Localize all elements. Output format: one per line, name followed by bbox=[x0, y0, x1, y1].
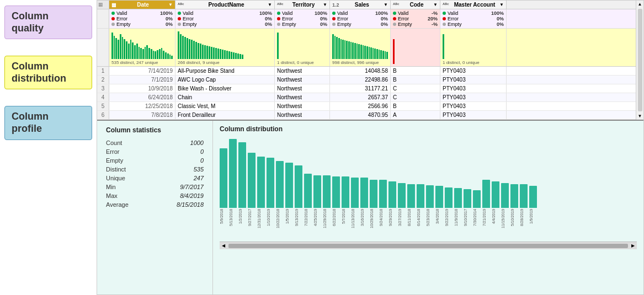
col-header-territory[interactable]: ᴬᴮᶜ Territory ▼ bbox=[275, 1, 330, 9]
chart-bar-label: 5/23/2018 bbox=[426, 209, 434, 239]
chart-bar-label: 9/10/2017 bbox=[464, 209, 471, 239]
stat-value: 8/15/2018 bbox=[177, 201, 204, 208]
cell-territory: Northwest bbox=[275, 93, 330, 101]
stat-label: Average bbox=[106, 201, 129, 208]
chart-bar bbox=[342, 176, 349, 208]
scroll-thumb-vertical[interactable] bbox=[638, 9, 642, 111]
stats-rows-container: Count 1000 Error 0 Empty 0 Distinct 535 … bbox=[106, 138, 204, 209]
stat-label: Count bbox=[106, 140, 122, 146]
table-row: 4 6/24/2018 Chain Northwest 2657.37 C PT… bbox=[97, 93, 636, 102]
scroll-up-button[interactable]: ▲ bbox=[637, 1, 643, 8]
scroll-thumb-horizontal[interactable] bbox=[228, 244, 628, 248]
col-header-date[interactable]: ▦ Date ▼ bbox=[109, 1, 175, 9]
chart-bar bbox=[388, 181, 396, 208]
dist-label-product: 266 distinct, 9 unique bbox=[178, 60, 272, 65]
right-content-area: ▦ ▦ Date ▼ ᴬᴮᶜ ProductName ▼ ᴬᴮᶜ Terri bbox=[97, 0, 644, 295]
horizontal-scrollbar[interactable]: ◀ ▶ bbox=[220, 242, 637, 249]
chart-bar-label: 1/9/2019 bbox=[529, 209, 537, 239]
cell-account: PTY0403 bbox=[440, 76, 507, 84]
row-number-header: ▦ bbox=[97, 1, 109, 9]
cell-product: Classic Vest, M bbox=[175, 102, 275, 110]
chart-bar bbox=[276, 161, 284, 208]
dist-date: 535 distinct, 247 unique bbox=[109, 29, 175, 66]
cell-territory: Northwest bbox=[275, 111, 330, 119]
cell-account: PTY0403 bbox=[440, 67, 507, 75]
cell-code: B bbox=[391, 102, 440, 110]
bar-chart bbox=[220, 136, 637, 208]
col-header-sales-label: Sales bbox=[355, 2, 369, 8]
account-dropdown-arrow[interactable]: ▼ bbox=[499, 2, 504, 7]
dist-bars-account bbox=[443, 31, 504, 59]
empty-dot-account bbox=[443, 23, 446, 26]
stat-label: Unique bbox=[106, 175, 125, 181]
cell-code: A bbox=[391, 111, 440, 119]
distribution-section: 535 distinct, 247 unique 266 distinct, 9… bbox=[97, 29, 636, 67]
scroll-right-button[interactable]: ▶ bbox=[629, 243, 637, 248]
cell-date: 7/8/2018 bbox=[109, 111, 175, 119]
stat-label: Distinct bbox=[106, 166, 126, 173]
dist-territory: 1 distinct, 0 unique bbox=[275, 29, 330, 66]
chart-bar bbox=[473, 190, 481, 208]
chart-bar-label: 11/15/2019 bbox=[501, 209, 509, 239]
empty-dot-product bbox=[178, 23, 181, 26]
account-type-icon: ᴬᴮᶜ bbox=[443, 2, 449, 8]
col-header-account[interactable]: ᴬᴮᶜ Master Account ▼ bbox=[440, 1, 507, 9]
valid-dot-territory bbox=[277, 12, 280, 15]
chart-bar bbox=[529, 186, 537, 208]
col-header-product[interactable]: ᴬᴮᶜ ProductName ▼ bbox=[175, 1, 275, 9]
dist-bars-code bbox=[393, 36, 438, 64]
dist-code bbox=[391, 29, 440, 66]
chart-bar bbox=[248, 153, 256, 208]
row-number: 5 bbox=[97, 102, 109, 110]
chart-bar-label: 11/29/2018 bbox=[323, 209, 331, 239]
sales-type-icon: 1.2 bbox=[332, 2, 339, 8]
chart-bar bbox=[426, 185, 434, 208]
col-header-territory-label: Territory bbox=[292, 2, 315, 8]
col-header-code[interactable]: ᴬᴮᶜ Code ▼ bbox=[391, 1, 440, 9]
scroll-left-button[interactable]: ◀ bbox=[220, 243, 227, 248]
error-dot-account bbox=[443, 17, 446, 20]
cell-date: 12/25/2018 bbox=[109, 102, 175, 110]
column-distribution-title: Column distribution bbox=[220, 125, 637, 133]
col-header-product-label: ProductName bbox=[209, 2, 244, 8]
chart-bar bbox=[482, 180, 490, 208]
chart-bar bbox=[445, 187, 453, 208]
stat-row: Min 9/7/2017 bbox=[106, 183, 204, 191]
chart-bar bbox=[332, 176, 340, 208]
territory-type-icon: ᴬᴮᶜ bbox=[277, 2, 283, 8]
vertical-scrollbar[interactable]: ▲ ▼ bbox=[636, 1, 643, 120]
cell-sales: 4870.95 bbox=[330, 111, 391, 119]
cell-account: PTY0403 bbox=[440, 84, 507, 93]
cell-account: PTY0403 bbox=[440, 93, 507, 101]
product-dropdown-arrow[interactable]: ▼ bbox=[268, 2, 272, 7]
dist-bars-territory bbox=[277, 31, 327, 59]
chart-bar-label: 1/5/2019 bbox=[285, 209, 293, 239]
chart-bar-label: 11/13/2018 bbox=[351, 209, 359, 239]
cell-date: 7/1/2019 bbox=[109, 76, 175, 84]
dist-bars-product bbox=[178, 31, 272, 59]
chart-bar bbox=[313, 175, 321, 208]
chart-bar bbox=[398, 183, 406, 208]
error-dot-territory bbox=[277, 17, 280, 20]
scroll-down-button[interactable]: ▼ bbox=[637, 112, 643, 120]
empty-dot-territory bbox=[277, 23, 280, 26]
col-header-sales[interactable]: 1.2 Sales ▼ bbox=[330, 1, 391, 9]
valid-dot-code bbox=[393, 12, 396, 15]
chart-bar bbox=[417, 184, 424, 208]
territory-dropdown-arrow[interactable]: ▼ bbox=[323, 2, 327, 7]
stat-label: Empty bbox=[106, 157, 123, 164]
sales-dropdown-arrow[interactable]: ▼ bbox=[384, 2, 388, 7]
stat-row: Max 8/4/2019 bbox=[106, 191, 204, 200]
cell-code: B bbox=[391, 76, 440, 84]
chart-bar bbox=[435, 186, 443, 208]
code-dropdown-arrow[interactable]: ▼ bbox=[433, 2, 438, 7]
chart-bar-label: 9/27/2017 bbox=[248, 209, 256, 239]
chart-bar bbox=[304, 174, 312, 208]
date-dropdown-arrow[interactable]: ▼ bbox=[168, 2, 173, 7]
chart-bar-label: 7/21/2019 bbox=[482, 209, 490, 239]
table-row: 2 7/1/2019 AWC Logo Cap Northwest 22498.… bbox=[97, 76, 636, 84]
quality-account: Valid100% Error0% Empty0% bbox=[440, 9, 507, 28]
chart-bar-label: 4/25/2019 bbox=[313, 209, 321, 239]
stat-value: 9/7/2017 bbox=[180, 184, 204, 190]
chart-bar-label: 9/22/2019 bbox=[445, 209, 453, 239]
